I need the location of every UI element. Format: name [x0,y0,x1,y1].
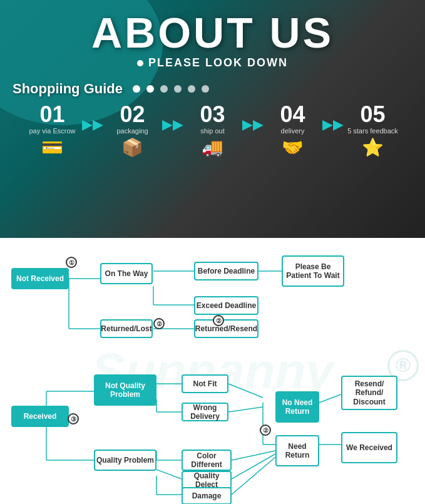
step-4-label: delivery [281,127,305,135]
resend-refund-node: Resend/ Refund/ Discount [341,376,397,410]
wrong-delivery-node: Wrong Delivery [182,403,228,421]
arrow-2: ▶▶ [162,116,183,145]
guide-dot-6 [202,85,209,93]
svg-line-27 [232,454,275,479]
top-content: ABOUT US PLEASE LOOK DOWN Shoppiing Guid… [0,0,425,158]
circle-num-2-exceed: ② [213,315,224,326]
not-received-node: Not Received [11,268,69,289]
bottom-section: Sunnanny ® [0,238,425,504]
step-2: 02 packaging 📦 [105,103,161,158]
step-5: 05 5 stars feedback ⭐ [345,103,401,158]
step-4-number: 04 [280,103,305,126]
step-4-icon: 🤝 [282,137,304,158]
step-2-number: 02 [120,103,145,126]
guide-dot-1 [133,85,140,93]
step-2-label: packaging [116,127,148,135]
before-deadline-node: Before Deadline [194,262,259,280]
need-return-node: Need Return [275,435,319,466]
arrow-3: ▶▶ [242,116,264,145]
step-5-icon: ⭐ [362,137,384,158]
circle-num-1: ① [66,257,77,268]
not-fit-node: Not Fit [182,374,228,393]
svg-line-28 [232,457,275,495]
circle-num-2-center: ② [260,424,271,436]
circle-num-3: ③ [68,413,79,424]
received-node: Received [11,406,69,427]
damage-node: Damage [182,487,232,504]
on-the-way-node: On The Way [100,263,153,284]
arrow-1: ▶▶ [82,116,103,145]
color-different-node: Color Different [182,450,232,471]
step-3-number: 03 [200,103,225,126]
no-need-return-node: No Need Return [275,391,319,423]
svg-line-16 [228,407,263,412]
step-1-icon: 💳 [41,137,63,158]
guide-dot-5 [188,85,195,93]
step-4: 04 delivery 🤝 [265,103,321,158]
not-quality-problem-node: Not Quality Problem [94,374,156,406]
svg-line-26 [232,451,275,460]
arrow-4: ▶▶ [322,116,344,145]
exceed-deadline-node: Exceed Deadline [194,296,259,315]
svg-line-23 [156,470,182,479]
shopping-guide-row: Shoppiing Guide [0,69,425,97]
top-section: ABOUT US PLEASE LOOK DOWN Shoppiing Guid… [0,0,425,238]
returned-resend-node: Returned/Resend [194,319,259,338]
bullet-dot [137,60,143,66]
subtitle-row: PLEASE LOOK DOWN [0,56,425,69]
circle-num-2-returned: ② [153,318,165,329]
step-5-number: 05 [360,103,385,126]
step-1-label: pay via Escrow [29,127,76,135]
returned-lost-node: Returned/Lost [100,319,153,338]
guide-dot-2 [146,85,154,93]
step-1-number: 01 [39,103,64,126]
step-5-label: 5 stars feedback [347,127,398,135]
step-3: 03 ship out 🚚 [185,103,241,158]
shopping-guide-label: Shoppiing Guide [13,81,123,97]
step-3-label: ship out [200,127,225,135]
page-title: ABOUT US [0,11,425,54]
guide-dot-3 [160,85,168,93]
please-be-patient-node: Please Be Patient To Wait [282,255,344,287]
subtitle-text: PLEASE LOOK DOWN [148,56,288,69]
step-1: 01 pay via Escrow 💳 [24,103,81,158]
we-received-node: We Received [341,432,397,463]
steps-row: 01 pay via Escrow 💳 ▶▶ 02 packaging 📦 ▶▶… [0,97,425,158]
quality-problem-node: Quality Problem [94,450,156,471]
step-3-icon: 🚚 [202,137,223,158]
guide-dots [133,85,209,93]
step-2-icon: 📦 [121,137,143,158]
guide-dot-4 [174,85,182,93]
